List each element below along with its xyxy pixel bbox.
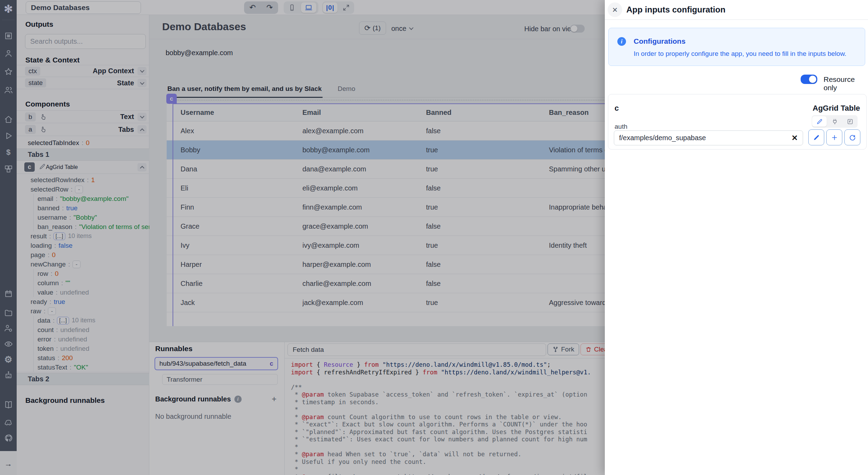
- script-name-input[interactable]: Fetch data: [287, 343, 546, 356]
- state-row-ctx[interactable]: ctx App Context: [17, 65, 149, 77]
- grid-component-row[interactable]: c AgGrid Table: [17, 161, 149, 174]
- chevron-down-icon[interactable]: [137, 67, 147, 75]
- tree-item-ban_reason[interactable]: ban_reason:"Violation of terms of servic…: [33, 222, 149, 231]
- tree-item-loading[interactable]: loading:false: [31, 241, 149, 250]
- calendar-icon[interactable]: [0, 288, 17, 299]
- canvas-app-title: Demo Databases: [162, 21, 246, 33]
- tree-item-banned[interactable]: banned:true: [33, 203, 149, 213]
- chevron-down-icon[interactable]: [137, 113, 147, 121]
- gear-icon[interactable]: ⚙: [0, 354, 17, 365]
- tree-item-column[interactable]: column:"": [33, 278, 149, 288]
- close-icon[interactable]: ×: [608, 2, 622, 17]
- resource-path-input[interactable]: f/examples/demo_supabase ✕: [614, 130, 803, 145]
- folder-icon[interactable]: [0, 307, 17, 318]
- users-icon[interactable]: [0, 85, 17, 95]
- edit-icon[interactable]: [35, 163, 46, 171]
- align-icon[interactable]: |0|: [323, 2, 337, 13]
- robot-icon[interactable]: [0, 370, 17, 380]
- no-background-runnable-text: No background runnable: [155, 413, 231, 421]
- grid-icon[interactable]: [0, 31, 17, 41]
- hide-bar-toggle[interactable]: [570, 25, 585, 33]
- component-type: AgGrid Table: [813, 104, 860, 113]
- tree-item-raw[interactable]: raw:-: [31, 306, 149, 316]
- tree-item-ready[interactable]: ready:true: [31, 297, 149, 306]
- tree-item-status[interactable]: status:200: [33, 353, 149, 363]
- tree-item-statusText[interactable]: statusText:"OK": [33, 363, 149, 372]
- redo-icon[interactable]: ↷: [263, 3, 276, 12]
- hide-bar-label: Hide bar on view: [524, 25, 576, 33]
- tree-item-page[interactable]: page:0: [31, 250, 149, 260]
- book-icon[interactable]: [0, 399, 17, 410]
- eye-icon[interactable]: [0, 339, 17, 349]
- state-row-state[interactable]: state State: [17, 77, 149, 89]
- outputs-panel: Outputs State & Context ctx App Context …: [17, 15, 149, 475]
- clear-input-icon[interactable]: ✕: [792, 134, 798, 143]
- tree-item-selectedRowIndex[interactable]: selectedRowIndex:1: [31, 175, 149, 185]
- collapse-chevron[interactable]: [137, 163, 147, 171]
- star-icon[interactable]: [0, 66, 17, 77]
- layout-group: |0|: [322, 1, 354, 14]
- undo-icon[interactable]: ↶: [246, 3, 259, 12]
- tree-item-count[interactable]: count:undefined: [33, 325, 149, 334]
- play-icon[interactable]: [0, 130, 17, 141]
- tree-item-username[interactable]: username:"Bobby": [33, 213, 149, 222]
- state-context-title: State & Context: [25, 56, 80, 64]
- desktop-icon[interactable]: [301, 2, 316, 13]
- cubes-icon[interactable]: [0, 163, 17, 174]
- tree-item-result[interactable]: result:[...]10 items: [31, 231, 149, 241]
- users-cog-icon[interactable]: [0, 323, 17, 333]
- background-runnables-title: Background runnables: [25, 396, 105, 405]
- selected-tab-index-row: selectedTabIndex : 0: [17, 138, 149, 148]
- app-tab-0[interactable]: Ban a user, notify them by email, and us…: [167, 83, 323, 98]
- selected-component-badge[interactable]: c: [166, 94, 177, 104]
- component-id-chip: a: [25, 125, 36, 134]
- static-mode-pencil-icon[interactable]: [812, 116, 827, 127]
- tree-item-email[interactable]: email:"bobby@example.com": [33, 194, 149, 203]
- tree-item-newChange[interactable]: newChange:-: [31, 260, 149, 269]
- tree-item-row[interactable]: row:0: [33, 269, 149, 278]
- arrow-right-icon[interactable]: →: [0, 459, 17, 469]
- mobile-icon[interactable]: [284, 2, 300, 13]
- hand-pointer-icon: [39, 113, 47, 121]
- tree-item-selectedRow[interactable]: selectedRow:-: [31, 185, 149, 194]
- expand-icon[interactable]: [339, 2, 353, 13]
- sidebar-divider: [2, 20, 15, 20]
- resource-only-label: Resource only: [824, 75, 868, 92]
- transformer-item[interactable]: Transformer: [162, 374, 278, 385]
- tree-item-error[interactable]: error:undefined: [33, 334, 149, 344]
- app-inputs-drawer: × App inputs configuration i Configurati…: [605, 0, 868, 475]
- user-icon[interactable]: [0, 48, 17, 59]
- component-row-a[interactable]: a Tabs: [17, 123, 149, 136]
- app-tab-1[interactable]: Demo: [337, 83, 356, 97]
- tabs2-section-header[interactable]: Tabs 2: [17, 373, 149, 385]
- tree-item-token[interactable]: token:undefined: [33, 344, 149, 353]
- schedule-mode-dropdown[interactable]: once: [391, 25, 413, 33]
- connect-mode-plug-icon[interactable]: [827, 116, 842, 127]
- edit-resource-button[interactable]: [808, 129, 824, 145]
- sidebar: ✻$⚙: [0, 0, 17, 451]
- background-runnables-row: Background runnables i +: [155, 395, 279, 403]
- fork-icon: [552, 346, 559, 353]
- resource-only-toggle[interactable]: [801, 75, 817, 84]
- app-tabs: Ban a user, notify them by email, and us…: [167, 83, 618, 97]
- add-background-runnable-button[interactable]: +: [269, 394, 279, 404]
- app-name-input[interactable]: [26, 1, 141, 14]
- refresh-button[interactable]: ⟳ (1): [359, 22, 386, 35]
- tabs1-section-header[interactable]: Tabs 1: [17, 149, 149, 161]
- github-icon[interactable]: [0, 433, 17, 443]
- dollar-icon[interactable]: $: [0, 147, 17, 158]
- refresh-resource-button[interactable]: [844, 129, 860, 145]
- tree-item-value[interactable]: value:undefined: [33, 288, 149, 297]
- eval-mode-fx-icon[interactable]: [843, 116, 857, 127]
- component-row-b[interactable]: b Text: [17, 110, 149, 123]
- search-outputs-input[interactable]: [25, 34, 146, 49]
- home-icon[interactable]: [0, 114, 17, 125]
- chevron-up-icon[interactable]: [137, 125, 147, 134]
- tree-item-data[interactable]: data:[...]10 items: [33, 316, 149, 325]
- discord-icon[interactable]: [0, 417, 17, 428]
- runnable-item-selected[interactable]: hub/943/supabase/fetch_data c: [155, 357, 278, 370]
- chevron-down-icon[interactable]: [137, 79, 147, 87]
- windmill-logo[interactable]: ✻: [0, 3, 17, 14]
- fork-button[interactable]: Fork: [548, 343, 579, 355]
- add-resource-button[interactable]: [826, 129, 842, 145]
